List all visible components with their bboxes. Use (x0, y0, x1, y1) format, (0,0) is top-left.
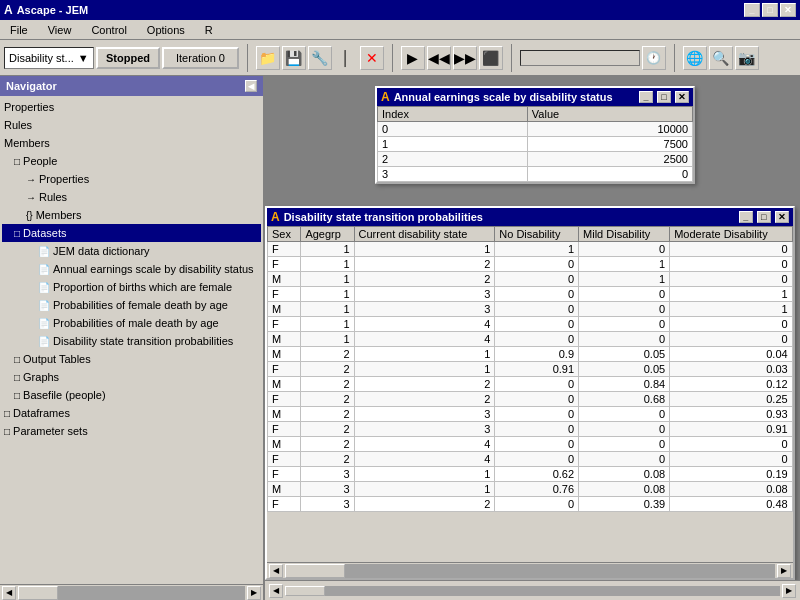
minimize-button[interactable]: _ (744, 3, 760, 17)
main-scroll-left[interactable]: ◀ (269, 584, 283, 598)
nav-annual-earnings[interactable]: 📄 Annual earnings scale by disability st… (2, 260, 261, 278)
nav-dataframes[interactable]: □ Dataframes (2, 404, 261, 422)
main-scroll-thumb[interactable] (285, 586, 325, 596)
search-icon[interactable]: 🔍 (709, 46, 733, 70)
nav-male-death[interactable]: 📄 Probabilities of male death by age (2, 314, 261, 332)
dis-cell-moderate: 1 (670, 302, 793, 317)
nav-people-properties[interactable]: → Properties (2, 170, 261, 188)
run-icon[interactable]: ▶ (401, 46, 425, 70)
earnings-maximize[interactable]: □ (657, 91, 671, 103)
nav-disability-trans[interactable]: 📄 Disability state transition probabilit… (2, 332, 261, 350)
dis-cell-moderate: 1 (670, 287, 793, 302)
model-dropdown[interactable]: Disability st... ▼ (4, 47, 94, 69)
main-scroll-track (285, 586, 780, 596)
nav-doc-icon-1: 📄 (38, 246, 50, 257)
dis-cell-current: 3 (354, 302, 495, 317)
dis-cell-no-dis: 0.91 (495, 362, 579, 377)
content-area: A Annual earnings scale by disability st… (265, 76, 800, 600)
dis-cell-current: 4 (354, 317, 495, 332)
dis-cell-mild: 1 (579, 257, 670, 272)
maximize-button[interactable]: □ (762, 3, 778, 17)
menu-options[interactable]: Options (141, 22, 191, 38)
earnings-close[interactable]: ✕ (675, 91, 689, 103)
schedule-icon[interactable]: 🕐 (642, 46, 666, 70)
nav-people[interactable]: □ People (2, 152, 261, 170)
main-scroll-right[interactable]: ▶ (782, 584, 796, 598)
delete-icon[interactable]: ✕ (360, 46, 384, 70)
toolbar-sep-3 (511, 44, 512, 72)
open-icon[interactable]: 📁 (256, 46, 280, 70)
forward-icon[interactable]: ▶▶ (453, 46, 477, 70)
menu-view[interactable]: View (42, 22, 78, 38)
status-button[interactable]: Stopped (96, 47, 160, 69)
stop-icon[interactable]: ⬛ (479, 46, 503, 70)
menu-file[interactable]: File (4, 22, 34, 38)
disability-window: A Disability state transition probabilit… (265, 206, 795, 580)
nav-male-death-label: Probabilities of male death by age (53, 317, 219, 329)
iteration-button[interactable]: Iteration 0 (162, 47, 239, 69)
earnings-minimize[interactable]: _ (639, 91, 653, 103)
navigator-collapse[interactable]: ◀ (245, 80, 257, 92)
nav-members[interactable]: Members (2, 134, 261, 152)
nav-scroll-thumb[interactable] (18, 586, 58, 600)
nav-param-icon: □ (4, 426, 10, 437)
nav-female-death[interactable]: 📄 Probabilities of female death by age (2, 296, 261, 314)
nav-datasets[interactable]: □ Datasets (2, 224, 261, 242)
nav-members-icon: {} (26, 210, 33, 221)
dis-cell-mild: 0 (579, 407, 670, 422)
camera-icon[interactable]: 📷 (735, 46, 759, 70)
nav-births[interactable]: 📄 Proportion of births which are female (2, 278, 261, 296)
menu-r[interactable]: R (199, 22, 219, 38)
dis-cell-agegrp: 3 (301, 482, 354, 497)
dis-cell-current: 2 (354, 497, 495, 512)
earnings-col-value: Value (527, 107, 692, 122)
earnings-cell-index: 3 (378, 167, 528, 182)
dis-scroll-track (285, 564, 775, 578)
dis-cell-no-dis: 0 (495, 317, 579, 332)
close-button[interactable]: ✕ (780, 3, 796, 17)
dis-cell-sex: F (268, 242, 301, 257)
disability-minimize[interactable]: _ (739, 211, 753, 223)
dis-cell-agegrp: 1 (301, 272, 354, 287)
menu-control[interactable]: Control (85, 22, 132, 38)
nav-param-sets[interactable]: □ Parameter sets (2, 422, 261, 440)
nav-datasets-label: Datasets (23, 227, 66, 239)
dis-scroll-thumb[interactable] (285, 564, 345, 578)
nav-scroll-track (18, 586, 245, 600)
nav-people-members[interactable]: {} Members (2, 206, 261, 224)
disability-app-icon: A (271, 210, 280, 224)
save-icon[interactable]: 💾 (282, 46, 306, 70)
dis-scroll-left[interactable]: ◀ (269, 564, 283, 578)
dis-cell-moderate: 0.04 (670, 347, 793, 362)
nav-scroll-right[interactable]: ▶ (247, 586, 261, 600)
dis-cell-moderate: 0.48 (670, 497, 793, 512)
dis-cell-sex: F (268, 257, 301, 272)
dis-col-no-dis: No Disability (495, 227, 579, 242)
nav-graphs[interactable]: □ Graphs (2, 368, 261, 386)
nav-scroll-left[interactable]: ◀ (2, 586, 16, 600)
nav-people-rules[interactable]: → Rules (2, 188, 261, 206)
nav-properties[interactable]: Properties (2, 98, 261, 116)
title-bar-buttons: _ □ ✕ (744, 3, 796, 17)
dis-cell-no-dis: 0 (495, 287, 579, 302)
dis-cell-mild: 0 (579, 437, 670, 452)
dropdown-arrow[interactable]: ▼ (78, 52, 89, 64)
disability-maximize[interactable]: □ (757, 211, 771, 223)
disability-table-row: F 3 2 0 0.39 0.48 (268, 497, 793, 512)
globe-icon[interactable]: 🌐 (683, 46, 707, 70)
back-icon[interactable]: ◀◀ (427, 46, 451, 70)
dis-cell-mild: 0.05 (579, 362, 670, 377)
dis-cell-no-dis: 0 (495, 497, 579, 512)
dis-cell-current: 2 (354, 257, 495, 272)
disability-close[interactable]: ✕ (775, 211, 789, 223)
nav-output-tables[interactable]: □ Output Tables (2, 350, 261, 368)
nav-basefile[interactable]: □ Basefile (people) (2, 386, 261, 404)
disability-table-row: M 2 1 0.9 0.05 0.04 (268, 347, 793, 362)
earnings-table-row: 010000 (378, 122, 693, 137)
nav-doc-icon-6: 📄 (38, 336, 50, 347)
properties-icon[interactable]: 🔧 (308, 46, 332, 70)
nav-jem-dict[interactable]: 📄 JEM data dictionary (2, 242, 261, 260)
dis-cell-no-dis: 1 (495, 242, 579, 257)
nav-rules[interactable]: Rules (2, 116, 261, 134)
dis-scroll-right[interactable]: ▶ (777, 564, 791, 578)
